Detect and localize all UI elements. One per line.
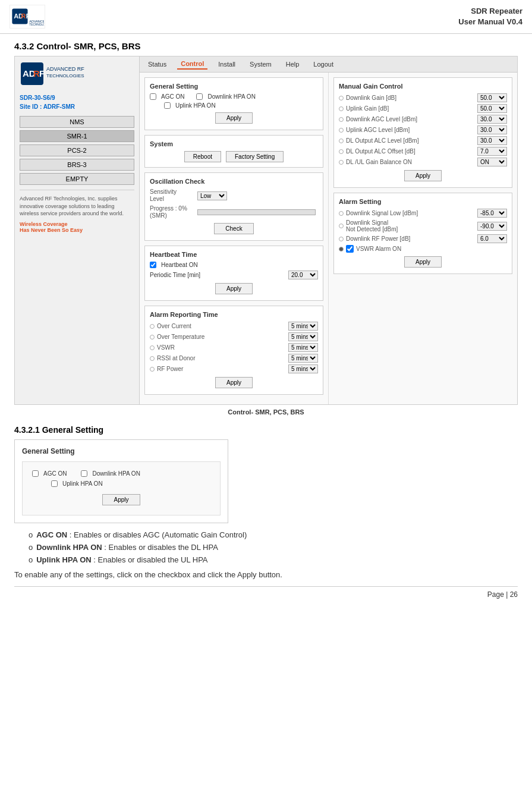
- progress-label: Progress : 0% (SMR): [150, 205, 197, 219]
- mg-radio-3: [339, 128, 344, 133]
- svg-text:ADVANCED RF: ADVANCED RF: [46, 66, 84, 72]
- uplink-hpa-row: Uplink HPA ON: [150, 102, 318, 109]
- general-apply-button[interactable]: Apply: [215, 112, 253, 124]
- alarm-select-2[interactable]: 5 mins: [288, 343, 318, 352]
- gs-downlink-hpa-checkbox[interactable]: [81, 470, 87, 477]
- mg-apply-button[interactable]: Apply: [404, 170, 442, 181]
- as-row-0: Downlink Signal Low [dBm] -85.0: [339, 209, 507, 218]
- left-col: General Setting AGC ON Downlink HPA ON U…: [140, 73, 329, 404]
- alarm-label-0: Over Current: [157, 323, 288, 329]
- bullet-text-0: AGC ON : Enables or disables AGC (Automa…: [36, 530, 247, 539]
- check-button[interactable]: Check: [214, 223, 253, 234]
- alarm-label-3: RSSI at Donor: [157, 355, 288, 361]
- right-col: Manual Gain Control Downlink Gain [dB] 5…: [329, 73, 517, 404]
- agc-on-label: AGC ON: [161, 93, 184, 100]
- nav-install[interactable]: Install: [215, 59, 239, 69]
- alarm-label-2: VSWR: [157, 344, 288, 351]
- as-select-2[interactable]: 6.0: [477, 234, 507, 243]
- alarm-setting-panel: Alarm Setting Downlink Signal Low [dBm] …: [333, 193, 512, 274]
- gs-uplink-hpa-checkbox[interactable]: [51, 480, 58, 487]
- gs-agc-checkbox[interactable]: [32, 470, 39, 477]
- alarm-row-2: VSWR 5 mins: [150, 343, 318, 352]
- nav-status[interactable]: Status: [144, 59, 170, 69]
- bullet-text-2: Uplink HPA ON : Enables or disabled the …: [36, 555, 207, 564]
- alarm-select-1[interactable]: 5 mins: [288, 332, 318, 341]
- nav-system[interactable]: System: [246, 59, 275, 69]
- periodic-select[interactable]: 20.0: [288, 271, 318, 279]
- nav-bar: Status Control Install System Help Logou…: [140, 56, 517, 73]
- mg-label-5: DL Output ALC Offset [dB]: [346, 148, 477, 155]
- mg-select-6[interactable]: ON: [477, 158, 507, 166]
- mg-select-2[interactable]: 30.0: [477, 115, 507, 124]
- bullet-bold-0: AGC ON: [36, 530, 67, 539]
- vswr-checkbox[interactable]: [346, 245, 354, 253]
- mg-label-0: Downlink Gain [dB]: [346, 95, 477, 101]
- heartbeat-checkbox[interactable]: [150, 262, 156, 268]
- agc-on-checkbox[interactable]: [150, 93, 156, 100]
- as-select-0[interactable]: -85.0: [477, 209, 507, 218]
- nav-control[interactable]: Control: [177, 59, 207, 70]
- uplink-hpa-checkbox[interactable]: [164, 102, 171, 109]
- sidebar-btn-empty[interactable]: EMPTY: [20, 173, 134, 185]
- as-label-3: VSWR Alarm ON: [356, 246, 507, 252]
- as-select-1[interactable]: -90.0: [477, 222, 507, 231]
- as-row-1: Downlink SignalNot Detected [dBm] -90.0: [339, 219, 507, 232]
- as-radio-2: [339, 237, 344, 241]
- svg-text:F: F: [26, 12, 30, 19]
- alarm-select-0[interactable]: 5 mins: [288, 322, 318, 331]
- downlink-hpa-label: Downlink HPA ON: [207, 93, 255, 100]
- mg-select-4[interactable]: 30.0: [477, 136, 507, 145]
- as-apply-button[interactable]: Apply: [404, 256, 442, 268]
- sensitivity-label: SensitivityLevel: [150, 188, 197, 203]
- mg-radio-0: [339, 96, 344, 100]
- mg-label-1: Uplink Gain [dB]: [346, 105, 477, 112]
- reboot-button[interactable]: Reboot: [184, 151, 221, 162]
- footer-note: To enable any of the settings, click on …: [14, 570, 518, 579]
- alarm-select-4[interactable]: 5 mins: [288, 364, 318, 373]
- gs-apply-button[interactable]: Apply: [102, 494, 140, 505]
- alarm-select-3[interactable]: 5 mins: [288, 354, 318, 363]
- mg-row-5: DL Output ALC Offset [dB] 7.0: [339, 147, 507, 156]
- sidebar-btn-pcs[interactable]: PCS-2: [20, 144, 134, 156]
- alarm-radio-3: [150, 356, 155, 361]
- alarm-row-3: RSSI at Donor 5 mins: [150, 354, 318, 363]
- mg-select-3[interactable]: 30.0: [477, 125, 507, 134]
- sensitivity-select[interactable]: Low Medium High: [197, 191, 227, 200]
- alarm-reporting-apply-button[interactable]: Apply: [215, 377, 253, 388]
- mg-label-6: DL /UL Gain Balance ON: [346, 159, 477, 165]
- alarm-radio-2: [150, 345, 155, 350]
- alarm-label-1: Over Temperature: [157, 334, 288, 340]
- bullet-rest-1: : Enables or disables the DL HPA: [104, 543, 218, 552]
- sidebar-btn-smr[interactable]: SMR-1: [20, 130, 134, 142]
- periodic-row: Periodic Time [min] 20.0: [150, 271, 318, 279]
- alarm-label-4: RF Power: [157, 366, 288, 372]
- mg-row-4: DL Output ALC Level [dBm] 30.0: [339, 136, 507, 145]
- logo-area: AD R F ADVANCED RF TECHNOLOGIES: [10, 5, 45, 29]
- mg-select-1[interactable]: 50.0: [477, 104, 507, 113]
- sidebar-tagline: Wireless Coverage Has Never Been So Easy: [20, 221, 134, 233]
- sidebar-btn-brs[interactable]: BRS-3: [20, 159, 134, 171]
- mg-select-0[interactable]: 50.0: [477, 93, 507, 102]
- mg-label-3: Uplink AGC Level [dBm]: [346, 127, 477, 133]
- bullet-rest-2: : Enables or disabled the UL HPA: [93, 555, 207, 564]
- general-setting-panel: General Setting AGC ON Downlink HPA ON U…: [144, 77, 323, 130]
- nav-logout[interactable]: Logout: [310, 59, 337, 69]
- mg-radio-5: [339, 149, 344, 154]
- mg-radio-6: [339, 160, 344, 165]
- mg-row-2: Downlink AGC Level [dBm] 30.0: [339, 115, 507, 124]
- svg-text:R: R: [21, 12, 26, 19]
- system-panel: System Reboot Factory Setting: [144, 135, 323, 168]
- bullet-item-0: AGC ON : Enables or disables AGC (Automa…: [29, 530, 518, 539]
- mg-select-5[interactable]: 7.0: [477, 147, 507, 156]
- svg-text:TECHNOLOGIES: TECHNOLOGIES: [46, 73, 84, 78]
- heartbeat-on-label: Heartbeat ON: [161, 262, 198, 268]
- sidebar-btn-nms[interactable]: NMS: [20, 116, 134, 128]
- nav-help[interactable]: Help: [282, 59, 303, 69]
- sidebar-logo: AD R F ADVANCED RF TECHNOLOGIES: [20, 61, 121, 88]
- heartbeat-apply-button[interactable]: Apply: [215, 283, 253, 294]
- header-title: SDR Repeater User Manual V0.4: [458, 6, 522, 27]
- downlink-hpa-checkbox[interactable]: [196, 93, 203, 100]
- factory-setting-button[interactable]: Factory Setting: [226, 151, 284, 162]
- gs-screenshot-body: AGC ON Downlink HPA ON Uplink HPA ON App…: [22, 461, 221, 515]
- svg-text:TECHNOLOGIES: TECHNOLOGIES: [29, 23, 44, 26]
